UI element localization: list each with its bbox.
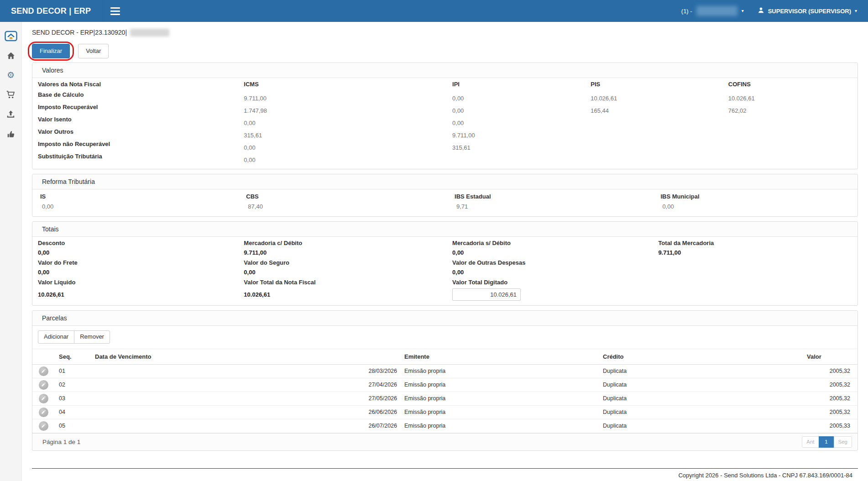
field-value: 9,71 [452, 203, 658, 210]
thumbs-up-icon[interactable] [0, 124, 21, 144]
field-total-mercadoria: Total da Mercadoria 9.711,00 [658, 239, 852, 256]
field-value: 0,00 [38, 269, 244, 276]
field-label: Valor do Frete [38, 258, 244, 269]
row-label: Base de Cálculo [38, 90, 244, 98]
cofins-value: 10.026,61 [728, 90, 852, 102]
sidebar: ⚙ [0, 22, 22, 481]
field-label: Valor Total da Nota Fiscal [244, 278, 452, 288]
table-row[interactable]: 05 26/07/2026 Emissão propria Duplicata … [32, 419, 858, 433]
field-label: Valor Total Digitado [452, 278, 658, 288]
pis-value [591, 140, 728, 144]
field-label: IBS Estadual [452, 192, 658, 203]
icms-value: 0,00 [244, 115, 452, 126]
field-label: Mercadoria c/ Débito [244, 239, 452, 249]
pagination-prev-button[interactable]: Ant [802, 436, 819, 448]
valores-row: Base de Cálculo 9.711,00 0,00 10.026,61 … [38, 90, 852, 103]
field-valor-total-digitado: Valor Total Digitado [452, 278, 658, 301]
home-icon[interactable] [0, 46, 21, 65]
user-menu[interactable]: SUPERVISOR (SUPERVISOR) ▾ [758, 7, 857, 15]
cell-emitente: Emissão propria [399, 364, 597, 378]
ipi-value: 0,00 [452, 90, 591, 102]
column-header-credito: Crédito [597, 349, 805, 364]
row-label: Substituição Tributária [38, 152, 244, 160]
app-brand[interactable]: SEND DECOR | ERP [0, 0, 103, 22]
cell-valor: 2005,33 [805, 419, 858, 433]
table-row[interactable]: 02 27/04/2026 Emissão propria Duplicata … [32, 378, 858, 392]
cell-vencimento: 28/03/2026 [93, 364, 399, 378]
pagination-page-1-button[interactable]: 1 [819, 436, 834, 448]
field-outras-despesas: Valor de Outras Despesas 0,00 [452, 258, 658, 276]
settings-icon[interactable]: ⚙ [0, 65, 21, 85]
field-ibs-municipal: IBS Municipal 0,00 [658, 192, 852, 210]
field-value: 10.026,61 [38, 288, 244, 298]
field-label: Desconto [38, 239, 244, 249]
column-header-vencimento: Data de Vencimento [93, 349, 399, 364]
valores-row: Imposto Recuperável 1.747,98 0,00 165,44… [38, 103, 852, 115]
edit-row-button[interactable] [39, 421, 48, 431]
field-label: Valor do Seguro [244, 258, 452, 269]
company-selector[interactable]: (1) - ▾ [681, 6, 744, 16]
pis-value [591, 127, 728, 132]
field-value: 0,00 [38, 203, 244, 210]
cell-emitente: Emissão propria [399, 378, 597, 392]
table-row[interactable]: 01 28/03/2026 Emissão propria Duplicata … [32, 364, 858, 378]
row-label: Valor Isento [38, 115, 244, 123]
field-is: IS 0,00 [38, 192, 244, 210]
cell-seq: 02 [54, 378, 93, 392]
column-header-valor: Valor [805, 349, 858, 364]
field-label: Valor Líquido [38, 278, 244, 288]
edit-row-button[interactable] [39, 380, 48, 390]
chevron-down-icon: ▾ [742, 9, 744, 13]
field-label: Total da Mercadoria [658, 239, 852, 249]
copyright-text: Copyright 2026 - Send Solutions Ltda - C… [678, 472, 852, 479]
table-row[interactable]: 03 27/05/2026 Emissão propria Duplicata … [32, 392, 858, 405]
cell-valor: 2005,32 [805, 405, 858, 419]
upload-icon[interactable] [0, 105, 21, 124]
field-mercadoria-sem-debito: Mercadoria s/ Débito 0,00 [452, 239, 658, 256]
voltar-button[interactable]: Voltar [78, 44, 109, 58]
icms-value: 9.711,00 [244, 90, 452, 102]
ipi-value: 9.711,00 [452, 127, 591, 139]
adicionar-button[interactable]: Adicionar [38, 330, 74, 343]
field-label: Mercadoria s/ Débito [452, 239, 658, 249]
panel-title: Valores [32, 63, 858, 78]
field-value: 0,00 [452, 249, 658, 256]
edit-row-button[interactable] [39, 366, 48, 376]
ipi-value [452, 152, 591, 157]
cell-emitente: Emissão propria [399, 392, 597, 405]
edit-row-button[interactable] [39, 394, 48, 403]
parcelas-toolbar: Adicionar Remover [38, 330, 858, 343]
cell-emitente: Emissão propria [399, 419, 597, 433]
cofins-value [728, 140, 852, 144]
valores-panel: Valores Valores da Nota Fiscal ICMS IPI … [32, 63, 858, 169]
remover-button[interactable]: Remover [74, 330, 110, 343]
field-value: 0,00 [452, 269, 658, 276]
page-title: SEND DECOR - ERP|23.130920| [32, 29, 127, 36]
cell-vencimento: 27/05/2026 [93, 392, 399, 405]
valores-row: Substituição Tributária 0,00 [38, 152, 852, 164]
field-label: IBS Municipal [658, 192, 852, 203]
valor-total-digitado-input[interactable] [452, 288, 521, 301]
cell-seq: 05 [54, 419, 93, 433]
reforma-tributaria-panel: Reforma Tributária IS 0,00 CBS 87,40 IBS… [32, 174, 858, 217]
finalizar-button[interactable]: Finalizar [32, 44, 70, 58]
app-logo-icon[interactable] [0, 26, 21, 46]
shopping-cart-icon[interactable] [0, 85, 21, 105]
pagination-next-button[interactable]: Seg [834, 436, 852, 448]
cell-seq: 01 [54, 364, 93, 378]
cell-vencimento: 27/04/2026 [93, 378, 399, 392]
pis-value: 10.026,61 [591, 90, 728, 102]
icms-value: 315,61 [244, 127, 452, 139]
pagination-summary: Página 1 de 1 [38, 439, 80, 445]
table-row[interactable]: 04 26/06/2026 Emissão propria Duplicata … [32, 405, 858, 419]
menu-toggle-icon[interactable] [103, 0, 127, 22]
field-label: CBS [244, 192, 452, 203]
column-header-seq: Seq. [54, 349, 93, 364]
edit-row-button[interactable] [39, 408, 48, 417]
field-valor-frete: Valor do Frete 0,00 [38, 258, 244, 276]
panel-title: Totais [32, 222, 858, 237]
panel-title: Parcelas [32, 311, 858, 326]
action-bar: Finalizar Voltar [32, 44, 858, 58]
redacted-title-segment [130, 29, 169, 37]
topbar-right: (1) - ▾ SUPERVISOR (SUPERVISOR) ▾ [681, 6, 868, 16]
